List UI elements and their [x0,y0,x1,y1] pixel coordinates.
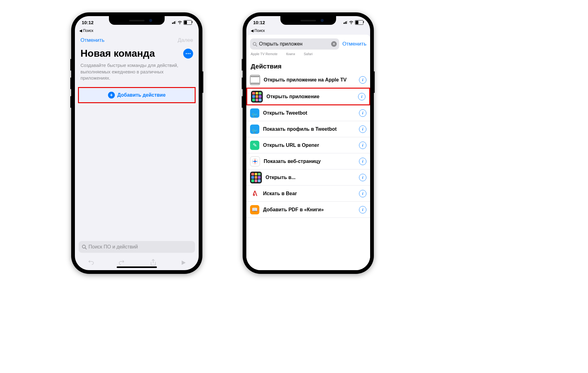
suggestion[interactable]: Книги [286,52,295,56]
battery-icon [355,20,363,25]
redo-icon[interactable] [119,259,125,266]
action-row[interactable]: Открыть приложение на Apple TVi [246,72,370,88]
search-query: Открыть приложен [259,41,329,47]
action-row[interactable]: ✎Открыть URL в Openeri [246,137,370,153]
back-breadcrumb[interactable]: ◀ Поиск [75,29,199,34]
tw-icon: 🐦 [250,125,259,134]
ellipsis-icon [185,53,191,54]
add-action-label: Добавить действие [117,92,166,98]
action-row[interactable]: Открыть приложениеi [246,88,370,105]
plus-icon: + [108,92,115,99]
action-row[interactable]: 🐦Показать профиль в Tweetboti [246,121,370,137]
search-placeholder: Поиск ПО и действий [89,244,138,250]
action-row-label: Показать профиль в Tweetbot [263,126,355,132]
search-input[interactable]: Открыть приложен ✕ [250,38,339,50]
info-icon[interactable]: i [359,76,366,84]
undo-icon[interactable] [87,259,94,266]
tw-icon: 🐦 [250,108,259,118]
status-time: 10:12 [253,20,265,25]
action-sheet: Открыть приложен ✕ Отменить Apple TV Rem… [246,35,370,270]
battery-icon [184,20,192,25]
home-indicator[interactable] [117,266,157,268]
info-icon[interactable]: i [359,109,366,117]
wifi-icon [349,20,354,24]
svg-point-0 [186,53,187,54]
next-button[interactable]: Далее [178,37,193,43]
action-row-label: Открыть в... [266,175,355,180]
back-breadcrumb[interactable]: ◀ Поиск [246,29,370,34]
svg-line-6 [256,45,257,46]
info-icon[interactable]: i [359,125,366,133]
grid-icon [251,91,263,103]
svg-point-2 [189,53,191,54]
saf-icon [250,156,260,166]
action-row-label: Открыть приложение [266,94,354,99]
action-row-label: Показать веб-страницу [264,159,355,164]
svg-point-1 [188,53,189,54]
search-icon [82,244,87,249]
clear-icon[interactable]: ✕ [331,41,337,47]
more-button[interactable] [183,49,193,59]
action-row[interactable]: Показать веб-страницуi [246,153,370,169]
action-row[interactable]: Открыть в...i [246,169,370,186]
signal-icon [344,21,348,24]
add-action-button[interactable]: + Добавить действие [79,88,194,102]
action-row-label: Открыть Tweetbot [263,110,355,116]
notch [109,16,165,25]
notch [280,16,336,25]
bear-icon: ᕕ [250,189,259,198]
info-icon[interactable]: i [359,174,366,181]
action-row[interactable]: 🐦Открыть Tweetboti [246,105,370,121]
info-icon[interactable]: i [359,158,366,165]
info-icon[interactable]: i [359,190,366,197]
action-row-label: Искать в Bear [263,191,355,196]
book-icon: 📖 [250,205,259,214]
search-icon [253,42,257,46]
svg-line-4 [85,248,86,249]
action-row-label: Открыть URL в Opener [263,143,355,148]
info-icon[interactable]: i [359,142,366,149]
open-icon: ✎ [250,141,259,150]
suggestion[interactable]: Safari [304,52,313,56]
action-list: Открыть приложение на Apple TViОткрыть п… [246,72,370,270]
phone-mockup-right: 10:12 ◀ Поиск Открыть приложен ✕ Отменит… [243,12,374,274]
page-title: Новая команда [80,48,155,59]
action-row[interactable]: 📖Добавить PDF в «Книги»i [246,202,370,218]
grid-icon [250,172,262,183]
signal-icon [172,21,176,24]
wifi-icon [177,20,182,24]
cancel-button[interactable]: Отменить [342,41,366,47]
film-icon [250,75,260,85]
suggestion-row: Apple TV Remote Книги Safari [246,52,370,59]
info-icon[interactable]: i [359,206,366,213]
info-icon[interactable]: i [358,93,365,100]
page-subtitle: Создавайте быстрые команды для действий,… [75,62,199,87]
cancel-button[interactable]: Отменить [80,37,105,43]
suggestion[interactable]: Apple TV Remote [251,52,278,56]
action-row-label: Открыть приложение на Apple TV [264,77,355,83]
share-icon[interactable] [150,259,156,266]
phone-mockup-left: 10:12 ◀ Поиск Отменить Далее Новая коман… [71,12,202,274]
highlight-box: + Добавить действие [78,87,196,103]
search-input[interactable]: Поиск ПО и действий [79,241,195,253]
play-icon[interactable] [181,260,186,265]
action-row[interactable]: ᕕИскать в Beari [246,186,370,202]
action-row-label: Добавить PDF в «Книги» [263,207,355,213]
status-time: 10:12 [82,20,93,25]
section-title: Действия [246,59,370,72]
